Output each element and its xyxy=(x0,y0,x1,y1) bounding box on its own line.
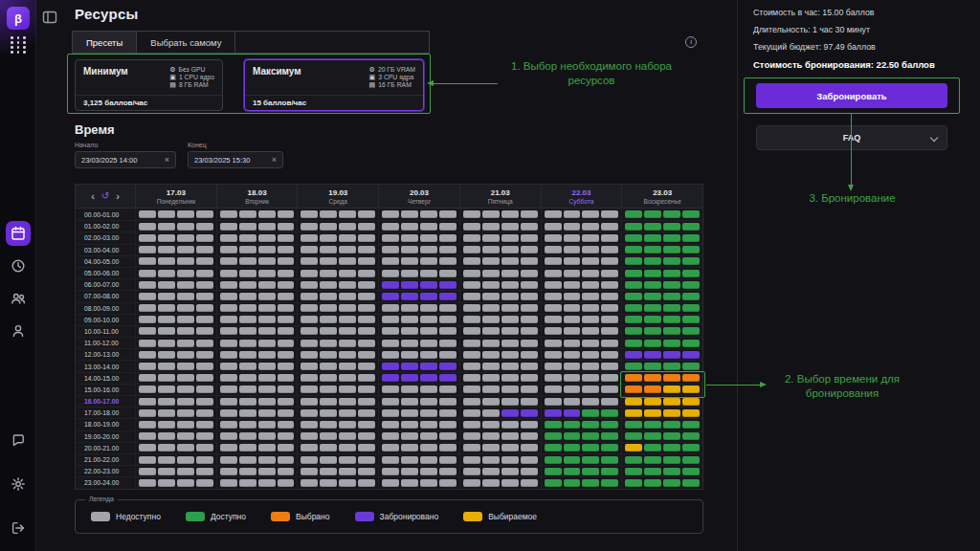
schedule-cell[interactable] xyxy=(541,408,622,418)
schedule-cell[interactable] xyxy=(297,419,378,430)
schedule-cell[interactable] xyxy=(541,431,622,442)
schedule-cell[interactable] xyxy=(378,303,459,314)
schedule-cell[interactable] xyxy=(297,245,378,255)
schedule-cell[interactable] xyxy=(459,303,541,314)
schedule-cell[interactable] xyxy=(459,408,541,418)
schedule-cell[interactable] xyxy=(378,361,459,371)
schedule-cell[interactable] xyxy=(621,268,702,278)
sidebar-item-settings[interactable] xyxy=(6,472,31,496)
next-week-button[interactable]: › xyxy=(116,191,120,202)
schedule-cell[interactable] xyxy=(297,315,378,325)
schedule-cell[interactable] xyxy=(378,256,459,267)
schedule-cell[interactable] xyxy=(459,396,541,407)
schedule-cell[interactable] xyxy=(135,315,216,325)
sidebar-item-history[interactable] xyxy=(6,253,31,278)
end-datetime-input[interactable]: 23/03/2025 15:30 × xyxy=(188,151,283,168)
schedule-cell[interactable] xyxy=(297,349,378,360)
schedule-cell[interactable] xyxy=(297,466,378,476)
schedule-cell[interactable] xyxy=(621,245,702,255)
schedule-cell[interactable] xyxy=(621,454,702,465)
schedule-cell[interactable] xyxy=(216,232,298,243)
app-logo[interactable]: β xyxy=(7,7,30,30)
schedule-cell[interactable] xyxy=(541,221,622,231)
schedule-cell[interactable] xyxy=(135,361,216,371)
schedule-cell[interactable] xyxy=(135,349,216,360)
schedule-cell[interactable] xyxy=(216,454,298,465)
schedule-cell[interactable] xyxy=(135,338,216,348)
schedule-cell[interactable] xyxy=(541,209,622,220)
sidebar-item-profile[interactable] xyxy=(6,319,31,343)
schedule-cell[interactable] xyxy=(459,338,541,348)
schedule-cell[interactable] xyxy=(216,315,298,325)
schedule-cell[interactable] xyxy=(621,291,702,301)
schedule-cell[interactable] xyxy=(378,419,459,430)
schedule-cell[interactable] xyxy=(297,268,378,278)
schedule-cell[interactable] xyxy=(378,408,459,418)
schedule-cell[interactable] xyxy=(216,361,298,371)
schedule-cell[interactable] xyxy=(621,431,702,442)
schedule-cell[interactable] xyxy=(297,431,378,442)
schedule-cell[interactable] xyxy=(135,373,216,384)
schedule-cell[interactable] xyxy=(541,268,622,278)
schedule-cell[interactable] xyxy=(297,221,378,231)
info-icon[interactable]: i xyxy=(685,36,697,48)
schedule-cell[interactable] xyxy=(378,221,459,231)
schedule-cell[interactable] xyxy=(459,245,541,255)
schedule-cell[interactable] xyxy=(378,279,459,290)
schedule-cell[interactable] xyxy=(297,279,378,290)
schedule-cell[interactable] xyxy=(621,209,702,220)
schedule-cell[interactable] xyxy=(541,232,622,243)
book-button[interactable]: Забронировать xyxy=(756,83,947,108)
schedule-cell[interactable] xyxy=(541,315,622,325)
schedule-cell[interactable] xyxy=(621,408,702,418)
apps-grid-icon[interactable] xyxy=(11,36,27,54)
schedule-cell[interactable] xyxy=(621,466,702,476)
schedule-cell[interactable] xyxy=(216,466,298,476)
schedule-cell[interactable] xyxy=(216,209,298,220)
schedule-cell[interactable] xyxy=(541,303,622,314)
prev-week-button[interactable]: ‹ xyxy=(91,191,95,202)
schedule-cell[interactable] xyxy=(459,221,541,231)
schedule-cell[interactable] xyxy=(541,419,622,430)
schedule-cell[interactable] xyxy=(621,232,702,243)
schedule-cell[interactable] xyxy=(135,245,216,255)
schedule-cell[interactable] xyxy=(378,245,459,255)
tab-custom[interactable]: Выбрать самому xyxy=(137,32,235,53)
schedule-cell[interactable] xyxy=(297,209,378,220)
sidebar-item-teams[interactable] xyxy=(6,286,31,311)
schedule-cell[interactable] xyxy=(297,443,378,453)
sidebar-item-logout[interactable] xyxy=(6,516,31,540)
schedule-cell[interactable] xyxy=(297,373,378,384)
schedule-cell[interactable] xyxy=(297,396,378,407)
schedule-cell[interactable] xyxy=(541,349,622,360)
schedule-cell[interactable] xyxy=(378,291,459,301)
schedule-cell[interactable] xyxy=(541,466,622,476)
schedule-cell[interactable] xyxy=(621,303,702,314)
schedule-cell[interactable] xyxy=(297,385,378,395)
schedule-cell[interactable] xyxy=(621,385,702,395)
schedule-cell[interactable] xyxy=(135,232,216,243)
schedule-cell[interactable] xyxy=(297,477,378,488)
schedule-cell[interactable] xyxy=(216,373,298,384)
schedule-cell[interactable] xyxy=(378,326,459,337)
schedule-cell[interactable] xyxy=(135,209,216,220)
schedule-cell[interactable] xyxy=(297,361,378,371)
schedule-cell[interactable] xyxy=(541,385,622,395)
schedule-cell[interactable] xyxy=(459,454,541,465)
schedule-cell[interactable] xyxy=(378,349,459,360)
schedule-cell[interactable] xyxy=(378,209,459,220)
schedule-cell[interactable] xyxy=(216,385,298,395)
schedule-cell[interactable] xyxy=(541,373,622,384)
schedule-cell[interactable] xyxy=(459,315,541,325)
schedule-cell[interactable] xyxy=(135,385,216,395)
sidebar-item-support[interactable] xyxy=(6,428,31,452)
tab-presets[interactable]: Пресеты xyxy=(73,32,137,53)
schedule-cell[interactable] xyxy=(459,279,541,290)
schedule-cell[interactable] xyxy=(378,396,459,407)
schedule-cell[interactable] xyxy=(621,221,702,231)
schedule-cell[interactable] xyxy=(541,291,622,301)
schedule-cell[interactable] xyxy=(459,349,541,360)
schedule-cell[interactable] xyxy=(459,268,541,278)
schedule-cell[interactable] xyxy=(541,477,622,488)
faq-accordion[interactable]: FAQ xyxy=(756,125,947,150)
